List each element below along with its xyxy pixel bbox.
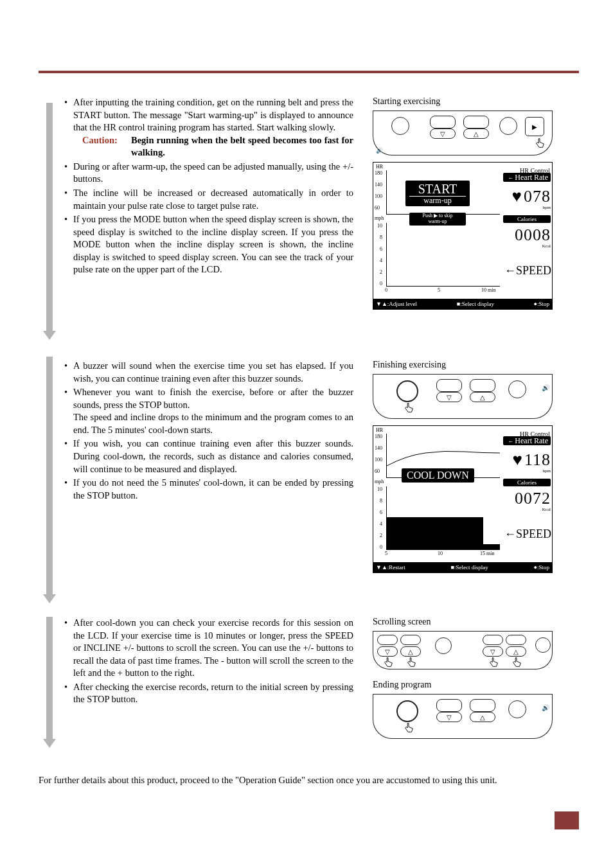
minus-icon: ▽ [440,130,445,137]
footer-mid: :Select display [454,564,488,571]
scroll-bullet-list: After cool-down you can check your exerc… [64,617,353,706]
cal-value: 0072 [504,490,551,507]
heart-icon [513,450,524,469]
plus-button-group[interactable] [463,116,489,128]
footer-mid: :Select display [460,301,494,307]
mode-button[interactable] [508,700,526,718]
figure-title: Finishing exercising [373,360,565,370]
mode-button[interactable] [499,117,517,135]
hr-label: Heart Rate [515,173,548,182]
axis-hr: HR [376,427,383,433]
plus-button[interactable]: △ [506,646,526,657]
figure-title: Scrolling screen [373,617,565,627]
console-diagram-scroll: ▽ △ ▽ △ [373,631,553,669]
speed-plot-area [386,223,500,287]
list-item: After inputting the training condition, … [64,96,353,159]
footer-left: :Restart [387,564,405,571]
lcd-start: HR 180 140 100 60 mph 10 8 6 4 2 0 0 5 [373,162,553,310]
list-item: If you press the MODE button when the sp… [64,213,353,276]
left-arrow-icon: ← [504,527,516,540]
list-item: If you wish, you can continue training e… [64,438,353,475]
speed-plot-area [386,486,500,550]
plus-button[interactable]: △ [470,392,495,402]
stop-button[interactable] [391,117,409,135]
list-item: During or after warm-up, the speed can b… [64,161,353,186]
sound-icon: 🔊 [376,147,383,154]
footer-left: :Adjust level [387,301,417,307]
minus-icon: ▽ [447,394,452,401]
start-button[interactable] [525,117,544,136]
footer-note: For further details about this product, … [39,775,574,786]
text: The speed and incline drops to the minim… [73,411,353,436]
axis-mph: mph [375,479,384,484]
minus-button[interactable]: ▽ [377,646,398,657]
start-bullet-list: After inputting the training condition, … [64,96,353,276]
mode-button[interactable] [435,637,452,654]
stop-button[interactable] [396,380,418,402]
tap-icon [382,657,394,668]
footer-right: :Stop [537,301,549,307]
hr-value: 078 [524,187,551,206]
lcd-finish: HR 180 140 100 60 mph 10 8 6 4 2 0 [373,425,553,573]
left-arrow-icon [508,175,515,181]
minus-button-group[interactable] [430,116,456,128]
list-item: After checking the exercise records, ret… [64,681,353,706]
minus-icon: ▽ [385,648,390,655]
console-diagram-finish: ▽ △ 🔊 [373,374,553,419]
plus-button[interactable]: △ [463,128,489,139]
cal-unit: Kcal [504,244,551,249]
hr-unit: bpm [504,468,551,474]
page-corner [555,811,579,829]
hr-value: 118 [524,450,551,469]
text: Whenever you want to finish the exercise… [73,387,353,410]
cal-unit: Kcal [504,507,551,512]
list-item: Whenever you want to finish the exercise… [64,386,353,436]
cal-label: Calories [517,479,537,486]
tap-icon [405,657,417,668]
axis-hr: HR [376,164,383,170]
cooldown-text: COOL DOWN [402,468,474,483]
tap-icon [403,722,414,734]
console-diagram-start: ▽ △ 🔊 [373,111,553,155]
down-icon [376,301,382,307]
list-item: The incline will be increased or decreas… [64,187,353,212]
axis-mph: mph [375,215,384,221]
plus-icon: △ [408,648,413,655]
plus-icon: △ [480,394,485,401]
minus-button[interactable]: ▽ [436,712,462,722]
tap-icon [488,657,499,668]
up-icon [382,301,387,307]
cal-label: Calories [517,216,537,222]
minus-button[interactable]: ▽ [483,646,503,657]
plus-button-group[interactable] [470,379,495,392]
plus-button[interactable]: △ [470,712,495,722]
list-item: If you do not need the 5 minutes' cool-d… [64,477,353,502]
plus-icon: △ [474,130,479,137]
play-icon [532,123,537,130]
minus-button[interactable]: ▽ [430,128,456,139]
mode-button[interactable] [508,380,526,398]
plus-button[interactable]: △ [400,646,421,657]
start-small-text: warm-up [409,196,466,205]
hr-unit: bpm [504,205,551,210]
figure-title: Starting exercising [373,96,565,107]
stop-button[interactable] [396,700,418,722]
tap-icon [511,657,522,668]
console-diagram-end: ▽ △ 🔊 [373,694,553,739]
list-item: After cool-down you can check your exerc… [64,617,353,680]
start-big-text: START [405,182,470,196]
plus-icon: △ [513,648,519,655]
list-item: A buzzer will sound when the exercise ti… [64,360,353,385]
caution-text: Begin running when the belt speed become… [131,135,353,158]
caution-label: Caution: [82,134,131,159]
left-arrow-icon [508,438,515,445]
footer-right: :Stop [537,564,549,571]
sound-icon: 🔊 [542,384,549,391]
minus-button-group[interactable] [436,379,462,392]
minus-icon: ▽ [490,648,495,655]
down-icon [376,564,382,571]
heart-icon [512,187,524,206]
hr-label: Heart Rate [515,436,548,445]
up-icon [382,564,387,571]
minus-button[interactable]: ▽ [436,392,462,402]
